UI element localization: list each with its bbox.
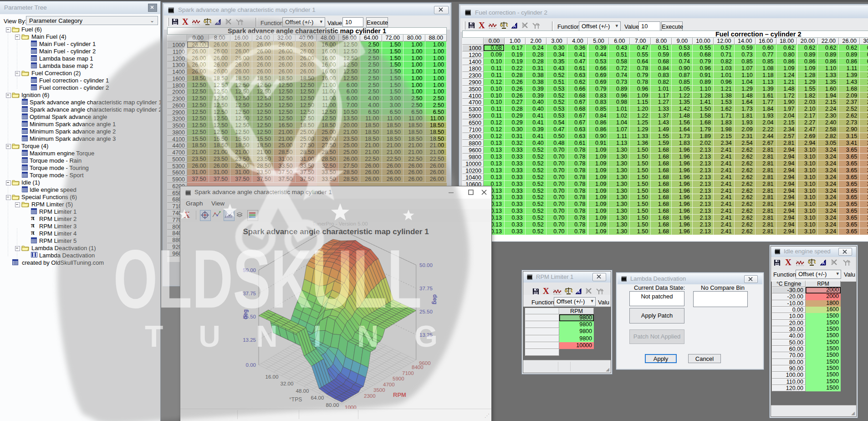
svg-text:°TPS: °TPS xyxy=(289,396,302,403)
svg-text:32.00: 32.00 xyxy=(281,381,294,386)
svg-text:50.00: 50.00 xyxy=(243,267,256,273)
svg-text:25.50: 25.50 xyxy=(419,309,433,314)
svg-text:37.75: 37.75 xyxy=(419,286,433,291)
svg-text:0.00: 0.00 xyxy=(246,362,256,368)
svg-text:7100: 7100 xyxy=(402,370,414,376)
svg-text:64.00: 64.00 xyxy=(311,395,324,400)
svg-text:80.00: 80.00 xyxy=(326,402,339,408)
svg-text:5900: 5900 xyxy=(393,376,404,381)
svg-text:RPM: RPM xyxy=(393,391,406,398)
svg-text:deg: deg xyxy=(242,309,249,319)
svg-text:48.00: 48.00 xyxy=(296,388,309,394)
svg-text:2300: 2300 xyxy=(364,393,376,399)
svg-text:16.00: 16.00 xyxy=(266,374,279,380)
svg-text:9600: 9600 xyxy=(419,360,431,366)
svg-text:13.25: 13.25 xyxy=(419,332,433,338)
svg-text:3500: 3500 xyxy=(373,387,385,393)
svg-text:4700: 4700 xyxy=(383,382,395,387)
svg-text:50.00: 50.00 xyxy=(419,262,433,268)
svg-text:37.75: 37.75 xyxy=(243,291,256,296)
svg-text:deg: deg xyxy=(432,294,438,304)
svg-text:13.25: 13.25 xyxy=(243,337,256,343)
